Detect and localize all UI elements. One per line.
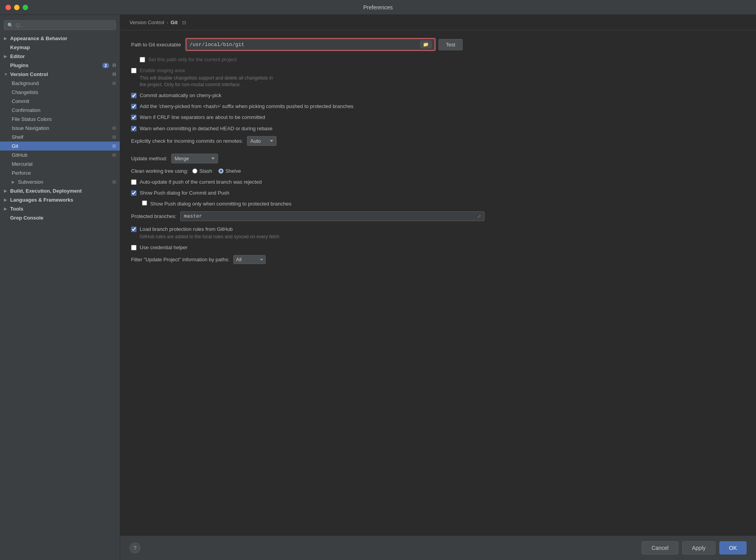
show-push-checkbox[interactable] bbox=[131, 190, 137, 196]
sidebar-item-label: Tools bbox=[10, 206, 23, 212]
show-push-protected-checkbox[interactable] bbox=[142, 200, 147, 206]
load-protection-checkbox[interactable] bbox=[131, 227, 137, 232]
sidebar-item-file-status-colors[interactable]: File Status Colors bbox=[0, 115, 120, 124]
sidebar-item-languages[interactable]: ▶ Languages & Frameworks bbox=[0, 195, 120, 204]
sidebar-item-changelists[interactable]: Changelists bbox=[0, 88, 120, 97]
sidebar-item-grep[interactable]: Grep Console bbox=[0, 213, 120, 222]
clean-working-radio-group: Stash Shelve bbox=[192, 168, 241, 174]
chevron-right-icon-tools: ▶ bbox=[4, 207, 9, 211]
enable-staging-checkbox[interactable] bbox=[131, 68, 137, 73]
sidebar-item-label: Plugins bbox=[10, 62, 28, 68]
sidebar-item-git[interactable]: Git ⊟ bbox=[0, 142, 120, 151]
sidebar-item-label: Perforce bbox=[12, 170, 31, 176]
sidebar-item-label: Confirmation bbox=[12, 107, 41, 113]
sidebar-item-plugins[interactable]: Plugins 2 ⊟ bbox=[0, 61, 120, 70]
filter-select[interactable]: All Changed None bbox=[233, 255, 266, 264]
ok-button[interactable]: OK bbox=[719, 541, 747, 555]
enable-staging-label[interactable]: Enable staging area bbox=[140, 67, 185, 73]
set-path-only-label[interactable]: Set this path only for the current proje… bbox=[148, 56, 237, 63]
sidebar-item-editor[interactable]: ▶ Editor bbox=[0, 52, 120, 61]
stash-radio-label[interactable]: Stash bbox=[192, 168, 212, 174]
sidebar-item-label: Keymap bbox=[10, 44, 30, 50]
title-bar: Preferences bbox=[0, 0, 756, 15]
sidebar-item-shelf[interactable]: Shelf ⊟ bbox=[0, 133, 120, 142]
search-icon: 🔍 bbox=[7, 23, 13, 28]
add-suffix-checkbox[interactable] bbox=[131, 104, 137, 109]
load-protection-label[interactable]: Load branch protection rules from GitHub bbox=[140, 226, 232, 232]
sidebar-item-keymap[interactable]: Keymap bbox=[0, 43, 120, 52]
load-protection-row: Load branch protection rules from GitHub… bbox=[131, 226, 745, 240]
shelf-icon: ⊟ bbox=[111, 135, 116, 140]
sidebar-item-confirmation[interactable]: Confirmation bbox=[0, 106, 120, 115]
incoming-commits-label: Explicitly check for incoming commits on… bbox=[131, 138, 243, 144]
load-protection-sub: GitHub rules are added to the local rule… bbox=[140, 234, 279, 240]
shelve-radio-text: Shelve bbox=[225, 168, 241, 174]
sidebar-item-commit[interactable]: Commit bbox=[0, 97, 120, 106]
update-method-select[interactable]: Merge Rebase Branch Default bbox=[171, 154, 218, 163]
test-button[interactable]: Test bbox=[438, 39, 463, 50]
maximize-button[interactable] bbox=[23, 5, 28, 10]
vc-icon: ⊟ bbox=[111, 72, 116, 77]
sidebar-item-background[interactable]: Background ⊟ bbox=[0, 79, 120, 88]
incoming-commits-row: Explicitly check for incoming commits on… bbox=[131, 136, 745, 146]
apply-button[interactable]: Apply bbox=[682, 541, 715, 555]
expand-icon[interactable]: ⤢ bbox=[477, 214, 481, 219]
branches-input[interactable] bbox=[184, 213, 477, 219]
sidebar-item-label: Build, Execution, Deployment bbox=[10, 188, 82, 194]
sidebar-item-mercurial[interactable]: Mercurial bbox=[0, 159, 120, 168]
shelve-radio[interactable] bbox=[218, 168, 224, 174]
cancel-button[interactable]: Cancel bbox=[642, 541, 678, 555]
sidebar-item-label: Changelists bbox=[12, 89, 38, 95]
load-protection-content: Load branch protection rules from GitHub… bbox=[140, 226, 279, 240]
path-input[interactable] bbox=[190, 42, 418, 48]
show-push-label[interactable]: Show Push dialog for Commit and Push bbox=[140, 190, 229, 197]
in-icon: ⊟ bbox=[111, 126, 116, 131]
filter-label: Filter "Update Project" information by p… bbox=[131, 257, 229, 262]
credential-helper-label[interactable]: Use credential helper bbox=[140, 244, 188, 251]
update-method-label: Update method: bbox=[131, 156, 167, 161]
close-button[interactable] bbox=[5, 5, 11, 10]
sidebar-item-subversion[interactable]: ▶ Subversion ⊟ bbox=[0, 177, 120, 186]
shelve-radio-label[interactable]: Shelve bbox=[218, 168, 241, 174]
warn-crlf-checkbox[interactable] bbox=[131, 115, 137, 120]
chevron-right-icon-sub: ▶ bbox=[12, 180, 17, 184]
warn-crlf-label[interactable]: Warn if CRLF line separators are about t… bbox=[140, 114, 265, 121]
sidebar-item-github[interactable]: GitHub ⊟ bbox=[0, 151, 120, 159]
auto-update-label[interactable]: Auto-update if push of the current branc… bbox=[140, 179, 262, 186]
folder-button[interactable]: 📁 bbox=[420, 41, 431, 48]
path-input-wrapper: 📁 bbox=[186, 38, 435, 51]
set-path-only-checkbox[interactable] bbox=[140, 57, 145, 62]
db-icon-bg: ⊟ bbox=[112, 81, 116, 86]
add-suffix-label[interactable]: Add the 'cherry-picked from <hash>' suff… bbox=[140, 103, 353, 110]
warn-detached-checkbox[interactable] bbox=[131, 126, 137, 131]
search-input[interactable] bbox=[16, 22, 112, 28]
sidebar-item-perforce[interactable]: Perforce bbox=[0, 168, 120, 177]
commit-cherry-pick-label[interactable]: Commit automatically on cherry-pick bbox=[140, 92, 222, 99]
help-button[interactable]: ? bbox=[130, 542, 140, 553]
chevron-right-icon: ▶ bbox=[4, 36, 9, 41]
show-push-protected-label[interactable]: Show Push dialog only when committing to… bbox=[150, 200, 291, 207]
sidebar-item-label: Shelf bbox=[12, 134, 23, 140]
stash-radio-text: Stash bbox=[199, 168, 212, 174]
commit-cherry-pick-checkbox[interactable] bbox=[131, 93, 137, 98]
minimize-button[interactable] bbox=[14, 5, 20, 10]
path-input-outer: 📁 Test bbox=[186, 38, 745, 51]
sidebar-item-label: Grep Console bbox=[10, 215, 43, 221]
breadcrumb-separator: › bbox=[167, 19, 168, 25]
search-box[interactable]: 🔍 bbox=[4, 20, 116, 30]
sidebar-item-appearance[interactable]: ▶ Appearance & Behavior bbox=[0, 34, 120, 43]
sidebar-item-label: Appearance & Behavior bbox=[10, 35, 67, 41]
sidebar-item-build[interactable]: ▶ Build, Execution, Deployment bbox=[0, 186, 120, 195]
warn-detached-label[interactable]: Warn when committing in detached HEAD or… bbox=[140, 125, 273, 132]
stash-radio[interactable] bbox=[192, 168, 197, 174]
incoming-commits-select[interactable]: Auto Always Never bbox=[247, 136, 277, 146]
update-method-row: Update method: Merge Rebase Branch Defau… bbox=[131, 154, 745, 163]
auto-update-checkbox[interactable] bbox=[131, 179, 137, 185]
sidebar-item-issue-navigation[interactable]: Issue Navigation ⊟ bbox=[0, 124, 120, 133]
sidebar-item-version-control[interactable]: ▼ Version Control ⊟ bbox=[0, 70, 120, 79]
breadcrumb-bar: Version Control › Git ⊟ bbox=[120, 15, 756, 30]
sidebar-item-tools[interactable]: ▶ Tools bbox=[0, 204, 120, 213]
sidebar-item-label: Mercurial bbox=[12, 161, 32, 167]
db-icon-shelf: ⊟ bbox=[112, 135, 116, 140]
credential-helper-checkbox[interactable] bbox=[131, 245, 137, 250]
